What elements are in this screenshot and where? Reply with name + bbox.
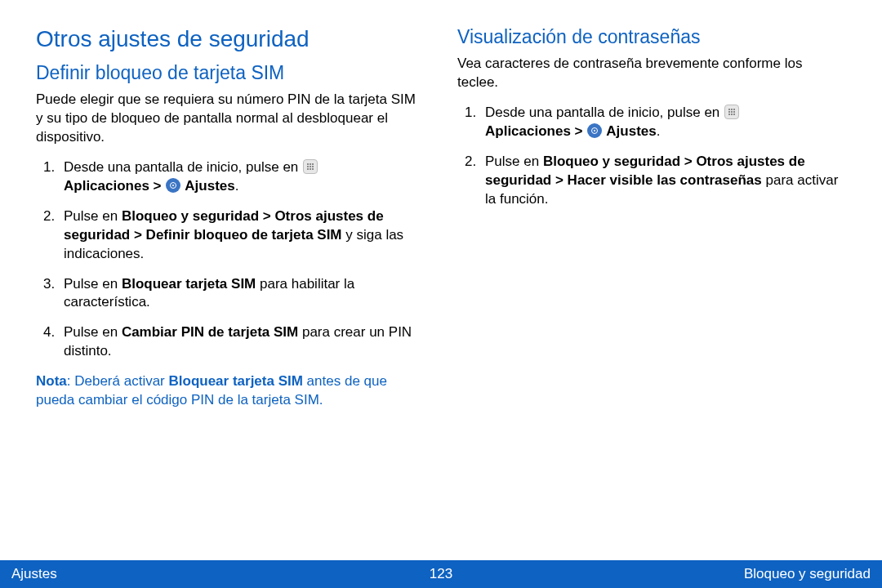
passwords-steps-list: Desde una pantalla de inicio, pulse en A… <box>457 104 846 209</box>
gear-icon <box>587 123 602 138</box>
passwords-step-1: Desde una pantalla de inicio, pulse en A… <box>480 104 846 141</box>
sim-step-3: Pulse en Bloquear tarjeta SIM para habil… <box>59 275 425 313</box>
step-bold-change-pin: Cambiar PIN de tarjeta SIM <box>122 324 298 340</box>
step-text: Pulse en <box>64 276 122 292</box>
step-bold-apps: Aplicaciones > <box>64 178 165 194</box>
step-text: . <box>235 178 239 194</box>
sim-step-1: Desde una pantalla de inicio, pulse en A… <box>59 158 425 196</box>
step-text: Desde una pantalla de inicio, pulse en <box>485 105 724 120</box>
sim-note: Nota: Deberá activar Bloquear tarjeta SI… <box>36 372 425 410</box>
subsection-heading-sim: Definir bloqueo de tarjeta SIM <box>36 62 425 84</box>
note-label: Nota <box>36 373 67 389</box>
gear-icon <box>166 178 180 193</box>
footer-left: Ajustes <box>11 566 57 582</box>
apps-icon <box>724 105 739 119</box>
passwords-intro-paragraph: Vea caracteres de contraseña brevemente … <box>457 55 846 92</box>
content-columns: Otros ajustes de seguridad Definir bloqu… <box>0 0 882 421</box>
step-text: Pulse en <box>64 208 122 224</box>
footer-page-number: 123 <box>430 566 452 582</box>
step-bold-settings: Ajustes <box>603 123 657 139</box>
right-column: Visualización de contraseñas Vea caracte… <box>457 26 846 421</box>
sim-intro-paragraph: Puede elegir que se requiera su número P… <box>36 91 425 147</box>
section-heading: Otros ajustes de seguridad <box>36 26 425 52</box>
step-bold-settings: Ajustes <box>181 178 235 194</box>
step-text: Pulse en <box>485 154 543 169</box>
apps-icon <box>303 159 318 174</box>
step-text: Desde una pantalla de inicio, pulse en <box>64 159 302 175</box>
left-column: Otros ajustes de seguridad Definir bloqu… <box>36 26 425 421</box>
subsection-heading-passwords: Visualización de contraseñas <box>457 26 846 48</box>
note-bold: Bloquear tarjeta SIM <box>169 373 303 389</box>
manual-page: Otros ajustes de seguridad Definir bloqu… <box>0 0 882 588</box>
sim-step-2: Pulse en Bloqueo y seguridad > Otros aju… <box>59 207 425 264</box>
footer-right: Bloqueo y seguridad <box>744 566 871 582</box>
step-bold-apps: Aplicaciones > <box>485 123 586 139</box>
sim-step-4: Pulse en Cambiar PIN de tarjeta SIM para… <box>59 323 425 361</box>
page-footer: Ajustes 123 Bloqueo y seguridad <box>0 560 882 588</box>
passwords-step-2: Pulse en Bloqueo y seguridad > Otros aju… <box>480 153 846 209</box>
note-text: : Deberá activar <box>67 373 169 389</box>
sim-steps-list: Desde una pantalla de inicio, pulse en A… <box>36 158 425 361</box>
step-text: . <box>657 123 661 139</box>
step-text: Pulse en <box>64 324 122 340</box>
step-bold-lock-sim: Bloquear tarjeta SIM <box>122 276 256 292</box>
